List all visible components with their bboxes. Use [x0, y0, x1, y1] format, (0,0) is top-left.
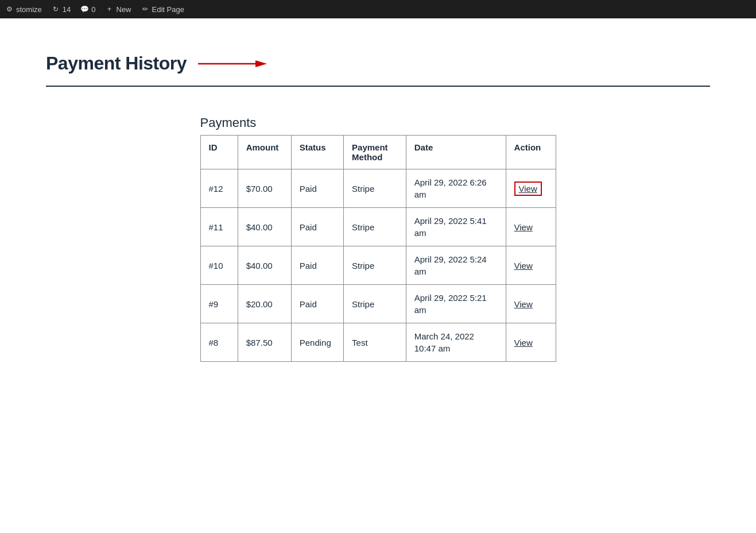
edit-page-item[interactable]: ✏ Edit Page: [141, 5, 184, 14]
cell-amount: $87.50: [238, 323, 291, 362]
page-header: Payment History: [46, 53, 710, 74]
cell-id: #8: [200, 323, 238, 362]
updates-icon: ↻: [51, 5, 60, 14]
payments-section: Payments ID Amount Status Payment Method…: [46, 115, 710, 362]
new-item[interactable]: + New: [105, 5, 131, 14]
red-arrow-decoration: [198, 58, 267, 69]
payments-heading: Payments: [200, 115, 556, 130]
cell-payment-method: Stripe: [344, 285, 406, 323]
payments-container: Payments ID Amount Status Payment Method…: [200, 115, 556, 362]
svg-marker-1: [255, 60, 267, 67]
customize-item[interactable]: ⚙ stomize: [5, 5, 42, 14]
view-link[interactable]: View: [514, 181, 542, 196]
page-title: Payment History: [46, 53, 187, 74]
view-link[interactable]: View: [514, 222, 533, 232]
cell-status: Paid: [291, 169, 343, 208]
cell-date: April 29, 2022 5:24 am: [406, 246, 506, 285]
cell-date: April 29, 2022 5:41 am: [406, 208, 506, 246]
cell-status: Paid: [291, 285, 343, 323]
table-row: #12$70.00PaidStripeApril 29, 2022 6:26 a…: [200, 169, 556, 208]
cell-id: #9: [200, 285, 238, 323]
comments-item[interactable]: 💬 0: [80, 5, 95, 14]
col-header-action: Action: [506, 136, 556, 169]
cell-payment-method: Test: [344, 323, 406, 362]
view-link[interactable]: View: [514, 261, 533, 271]
page-content: Payment History Payments ID Amount Statu…: [0, 18, 756, 385]
updates-item[interactable]: ↻ 14: [51, 5, 71, 14]
customize-label: stomize: [16, 5, 42, 14]
new-label: New: [117, 5, 131, 14]
table-row: #9$20.00PaidStripeApril 29, 2022 5:21 am…: [200, 285, 556, 323]
cell-date: April 29, 2022 5:21 am: [406, 285, 506, 323]
cell-status: Paid: [291, 208, 343, 246]
comments-icon: 💬: [80, 5, 89, 14]
edit-page-label: Edit Page: [152, 5, 184, 14]
cell-amount: $20.00: [238, 285, 291, 323]
cell-action: View: [506, 208, 556, 246]
cell-action: View: [506, 169, 556, 208]
table-row: #10$40.00PaidStripeApril 29, 2022 5:24 a…: [200, 246, 556, 285]
comments-count: 0: [91, 5, 95, 14]
cell-date: April 29, 2022 6:26 am: [406, 169, 506, 208]
cell-status: Pending: [291, 323, 343, 362]
col-header-payment-method: Payment Method: [344, 136, 406, 169]
page-divider: [46, 86, 710, 87]
updates-count: 14: [63, 5, 71, 14]
col-header-id: ID: [200, 136, 238, 169]
cell-action: View: [506, 285, 556, 323]
cell-id: #12: [200, 169, 238, 208]
cell-status: Paid: [291, 246, 343, 285]
cell-amount: $70.00: [238, 169, 291, 208]
cell-payment-method: Stripe: [344, 169, 406, 208]
cell-amount: $40.00: [238, 246, 291, 285]
col-header-amount: Amount: [238, 136, 291, 169]
cell-action: View: [506, 246, 556, 285]
cell-payment-method: Stripe: [344, 208, 406, 246]
cell-id: #10: [200, 246, 238, 285]
cell-amount: $40.00: [238, 208, 291, 246]
new-icon: +: [105, 5, 114, 14]
col-header-status: Status: [291, 136, 343, 169]
view-link[interactable]: View: [514, 299, 533, 309]
wordpress-icon: ⚙: [5, 5, 14, 14]
admin-bar: ⚙ stomize ↻ 14 💬 0 + New ✏ Edit Page: [0, 0, 756, 18]
cell-id: #11: [200, 208, 238, 246]
table-row: #11$40.00PaidStripeApril 29, 2022 5:41 a…: [200, 208, 556, 246]
payments-table: ID Amount Status Payment Method Date Act…: [200, 135, 556, 362]
col-header-date: Date: [406, 136, 506, 169]
cell-action: View: [506, 323, 556, 362]
cell-date: March 24, 2022 10:47 am: [406, 323, 506, 362]
table-row: #8$87.50PendingTestMarch 24, 2022 10:47 …: [200, 323, 556, 362]
cell-payment-method: Stripe: [344, 246, 406, 285]
edit-icon: ✏: [141, 5, 150, 14]
view-link[interactable]: View: [514, 338, 533, 347]
table-header-row: ID Amount Status Payment Method Date Act…: [200, 136, 556, 169]
